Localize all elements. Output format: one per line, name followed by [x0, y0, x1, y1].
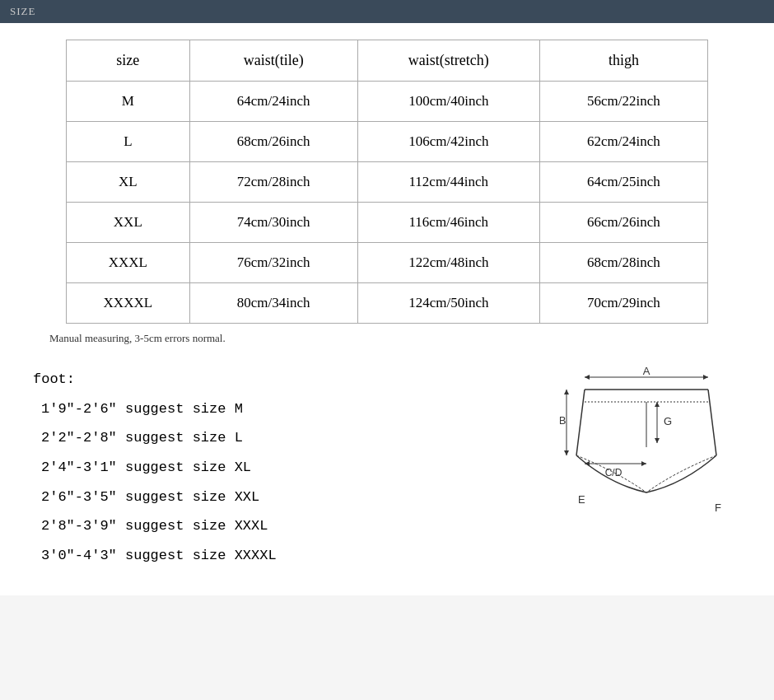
svg-marker-10 [564, 390, 569, 394]
table-header-row: size waist(tile) waist(stretch) thigh [67, 40, 708, 82]
svg-marker-15 [655, 438, 660, 443]
table-row: M64cm/24inch100cm/40inch56cm/22inch [67, 82, 708, 122]
measurement-cell: 56cm/22inch [539, 82, 707, 122]
svg-marker-19 [641, 461, 646, 466]
measurement-cell: 80cm/34inch [189, 283, 357, 324]
measurement-cell: 66cm/26inch [539, 203, 707, 243]
col-header-waist-tile: waist(tile) [189, 40, 357, 82]
foot-guide-item: 1'9"-2'6" suggest size M [41, 394, 527, 424]
measurement-cell: 100cm/40inch [357, 82, 539, 122]
diagram-area: A B G C/D E F [560, 365, 741, 533]
svg-text:E: E [578, 493, 585, 506]
foot-guide-item: 2'6"-3'5" suggest size XXL [41, 483, 527, 512]
foot-guide-item: 2'8"-3'9" suggest size XXXL [41, 511, 527, 541]
table-row: L68cm/26inch106cm/42inch62cm/24inch [67, 122, 708, 162]
measurement-cell: 62cm/24inch [539, 122, 707, 162]
svg-marker-14 [655, 402, 660, 407]
svg-text:F: F [715, 502, 721, 514]
size-cell: XXXXL [67, 283, 190, 324]
table-row: XXXL76cm/32inch122cm/48inch68cm/28inch [67, 243, 708, 283]
size-table: size waist(tile) waist(stretch) thigh M6… [66, 40, 708, 324]
size-header: SIZE [0, 0, 774, 23]
svg-line-2 [708, 390, 716, 455]
measurement-cell: 116cm/46inch [357, 203, 539, 243]
svg-line-1 [576, 390, 585, 455]
garment-diagram: A B G C/D E F [560, 365, 733, 530]
measurement-cell: 122cm/48inch [357, 243, 539, 283]
measurement-note: Manual measuring, 3-5cm errors normal. [25, 332, 749, 345]
svg-text:B: B [560, 414, 566, 427]
foot-guide-item: 2'2"-2'8" suggest size L [41, 423, 527, 453]
svg-marker-18 [585, 461, 590, 466]
foot-section: foot: 1'9"-2'6" suggest size M2'2"-2'8" … [25, 365, 749, 571]
measurement-cell: 76cm/32inch [189, 243, 357, 283]
svg-marker-11 [564, 450, 569, 455]
foot-label: foot: [33, 371, 75, 387]
col-header-thigh: thigh [539, 40, 707, 82]
svg-text:A: A [643, 365, 650, 377]
size-cell: XXXL [67, 243, 190, 283]
table-row: XXXXL80cm/34inch124cm/50inch70cm/29inch [67, 283, 708, 324]
measurement-cell: 70cm/29inch [539, 283, 707, 324]
svg-marker-6 [585, 375, 590, 380]
measurement-cell: 112cm/44inch [357, 162, 539, 203]
measurement-cell: 68cm/28inch [539, 243, 707, 283]
measurement-cell: 72cm/28inch [189, 162, 357, 203]
measurement-cell: 74cm/30inch [189, 203, 357, 243]
measurement-cell: 64cm/24inch [189, 82, 357, 122]
table-row: XL72cm/28inch112cm/44inch64cm/25inch [67, 162, 708, 203]
measurement-cell: 64cm/25inch [539, 162, 707, 203]
foot-guide-item: 2'4"-3'1" suggest size XL [41, 453, 527, 483]
size-cell: L [67, 122, 190, 162]
main-content: size waist(tile) waist(stretch) thigh M6… [0, 23, 774, 595]
svg-text:G: G [664, 415, 672, 427]
size-cell: XXL [67, 203, 190, 243]
measurement-cell: 124cm/50inch [357, 283, 539, 324]
measurement-cell: 106cm/42inch [357, 122, 539, 162]
header-label: SIZE [10, 5, 35, 17]
measurement-cell: 68cm/26inch [189, 122, 357, 162]
col-header-size: size [67, 40, 190, 82]
table-row: XXL74cm/30inch116cm/46inch66cm/26inch [67, 203, 708, 243]
foot-guide-text: foot: 1'9"-2'6" suggest size M2'2"-2'8" … [33, 365, 527, 571]
foot-guide-item: 3'0"-4'3" suggest size XXXXL [41, 541, 527, 571]
size-cell: XL [67, 162, 190, 203]
col-header-waist-stretch: waist(stretch) [357, 40, 539, 82]
svg-marker-7 [703, 375, 708, 380]
svg-text:C/D: C/D [605, 467, 622, 478]
size-cell: M [67, 82, 190, 122]
